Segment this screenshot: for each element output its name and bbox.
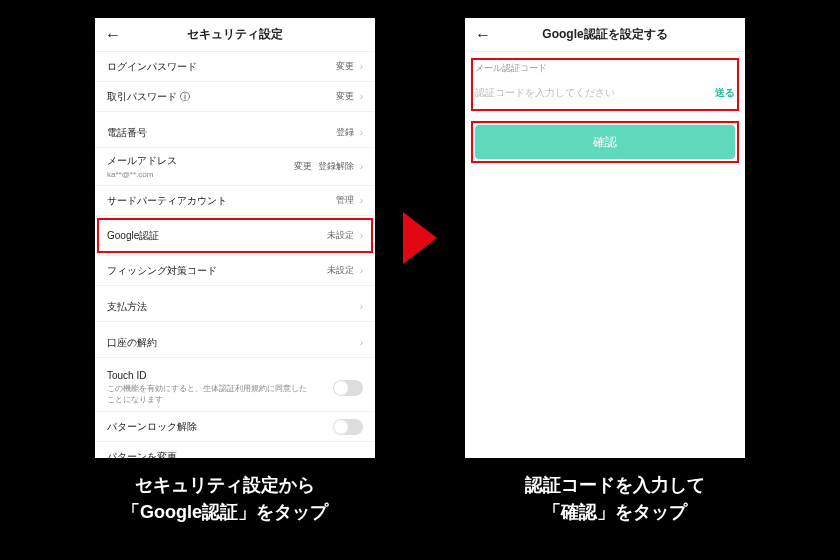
chevron-right-icon: › (360, 195, 363, 206)
row-google-auth[interactable]: Google認証 未設定› (95, 216, 375, 256)
row-thirdparty[interactable]: サードパーティアカウント 管理› (95, 186, 375, 216)
settings-list: ログインパスワード 変更› 取引パスワード ⓘ 変更› 電話番号 登録› メール… (95, 52, 375, 458)
action: 未設定 (327, 229, 354, 242)
action: 変更 (336, 60, 354, 73)
page-title: セキュリティ設定 (187, 26, 283, 43)
chevron-right-icon: › (360, 301, 363, 312)
toggle-switch[interactable] (333, 380, 363, 396)
confirm-button[interactable]: 確認 (475, 125, 735, 159)
action: 変更 (336, 90, 354, 103)
label: パターンを変更 (107, 450, 177, 459)
email-value: ka**@**.com (107, 170, 153, 179)
security-settings-screen: ← セキュリティ設定 ログインパスワード 変更› 取引パスワード ⓘ 変更› 電… (95, 18, 375, 458)
row-close-account[interactable]: 口座の解約 › (95, 328, 375, 358)
chevron-right-icon: › (360, 265, 363, 276)
label: サードパーティアカウント (107, 194, 227, 208)
action: 未設定 (327, 264, 354, 277)
stage: ← セキュリティ設定 ログインパスワード 変更› 取引パスワード ⓘ 変更› 電… (0, 0, 840, 458)
arrow-right-icon (403, 212, 437, 264)
label: パターンロック解除 (107, 420, 197, 434)
back-arrow-icon[interactable]: ← (105, 27, 121, 43)
back-arrow-icon[interactable]: ← (475, 27, 491, 43)
code-input-row[interactable]: 認証コードを入力してください 送る (475, 79, 735, 107)
row-pattern-change[interactable]: パターンを変更 (95, 442, 375, 458)
code-input[interactable]: 認証コードを入力してください (475, 86, 615, 100)
field-label: メール認証コード (475, 62, 735, 75)
label: Google認証 (107, 229, 159, 243)
confirm-label: 確認 (593, 134, 617, 151)
caption-right: 認証コードを入力して 「確認」をタップ (455, 472, 775, 526)
verification-code-field: メール認証コード 認証コードを入力してください 送る (475, 62, 735, 107)
row-trade-password[interactable]: 取引パスワード ⓘ 変更› (95, 82, 375, 112)
row-phishing[interactable]: フィッシング対策コード 未設定› (95, 256, 375, 286)
google-auth-setup-screen: ← Google認証を設定する メール認証コード 認証コードを入力してください … (465, 18, 745, 458)
action-unregister: 登録解除 (318, 160, 354, 173)
label: 電話番号 (107, 126, 147, 140)
toggle-switch[interactable] (333, 419, 363, 435)
chevron-right-icon: › (360, 127, 363, 138)
header: ← セキュリティ設定 (95, 18, 375, 52)
row-pattern-unlock[interactable]: パターンロック解除 (95, 412, 375, 442)
label: 支払方法 (107, 300, 147, 314)
label: Touch ID (107, 370, 146, 381)
row-email[interactable]: メールアドレス ka**@**.com 変更 登録解除 › (95, 148, 375, 186)
header: ← Google認証を設定する (465, 18, 745, 52)
chevron-right-icon: › (360, 161, 363, 172)
label: ログインパスワード (107, 60, 197, 74)
flow-arrow (403, 18, 437, 458)
label: 口座の解約 (107, 336, 157, 350)
row-touch-id[interactable]: Touch ID この機能を有効にすると、生体認証利用規約に同意したことになりま… (95, 364, 375, 412)
chevron-right-icon: › (360, 230, 363, 241)
row-payment[interactable]: 支払方法 › (95, 292, 375, 322)
chevron-right-icon: › (360, 337, 363, 348)
action-change: 変更 (294, 160, 312, 173)
send-button[interactable]: 送る (715, 86, 735, 100)
label: メールアドレス (107, 154, 177, 168)
label: フィッシング対策コード (107, 264, 217, 278)
action: 登録 (336, 126, 354, 139)
page-title: Google認証を設定する (542, 26, 667, 43)
captions: セキュリティ設定から 「Google認証」をタップ 認証コードを入力して 「確認… (0, 458, 840, 526)
chevron-right-icon: › (360, 91, 363, 102)
row-login-password[interactable]: ログインパスワード 変更› (95, 52, 375, 82)
label: 取引パスワード ⓘ (107, 90, 190, 104)
touchid-note: この機能を有効にすると、生体認証利用規約に同意したことになります (107, 383, 307, 405)
chevron-right-icon: › (360, 61, 363, 72)
row-phone[interactable]: 電話番号 登録› (95, 118, 375, 148)
caption-left: セキュリティ設定から 「Google認証」をタップ (65, 472, 385, 526)
action: 管理 (336, 194, 354, 207)
